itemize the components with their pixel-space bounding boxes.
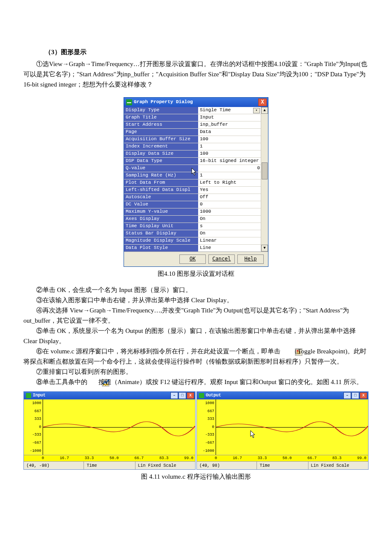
property-value[interactable]: Off — [198, 194, 261, 201]
x-tick-label: 0 — [215, 455, 217, 461]
chart-icon — [126, 99, 132, 105]
property-value[interactable]: Linear — [198, 237, 261, 245]
x-tick-label: 0 — [42, 455, 44, 461]
x-tick-label: 83.3 — [332, 455, 342, 461]
property-key: Sampling Rate (Hz) — [124, 172, 198, 179]
ok-button[interactable]: OK — [179, 254, 206, 264]
property-row[interactable]: DSP Data Type16-bit signed integer — [124, 158, 261, 165]
scroll-thumb[interactable] — [262, 162, 268, 179]
property-row[interactable]: Data Plot StyleLine — [124, 245, 261, 251]
paragraph-3: ③在该输入图形窗口中单击右键，并从弹出菜单中选择 Clear Display。 — [23, 295, 369, 305]
maximize-icon[interactable]: □ — [179, 392, 186, 399]
property-value[interactable]: s — [198, 223, 261, 230]
dialog-scrollbar[interactable]: ▲ ▼ — [261, 107, 268, 251]
y-tick-label: -1000 — [198, 448, 214, 454]
property-value[interactable]: 1 — [198, 172, 261, 179]
y-tick-label: -333 — [25, 432, 41, 438]
property-row[interactable]: Left-shifted Data DisplYes — [124, 187, 261, 194]
property-row[interactable]: Index Increment1 — [124, 143, 261, 150]
status-coord: (49, -98) — [24, 462, 84, 469]
property-key: Axes Display — [124, 216, 198, 223]
graph-titlebar-input[interactable]: Input – □ X — [24, 392, 195, 399]
property-key: DSP Data Type — [124, 158, 198, 165]
y-tick-label: 333 — [25, 416, 41, 422]
scroll-down-icon[interactable]: ▼ — [261, 245, 268, 251]
graph-titlebar-output[interactable]: Output – □ X — [197, 392, 368, 399]
property-row[interactable]: Magnitude Display ScaleLinear — [124, 237, 261, 245]
minimize-icon[interactable]: – — [343, 392, 351, 399]
property-value[interactable]: Data — [198, 128, 261, 136]
close-icon[interactable]: X — [360, 392, 367, 399]
property-row[interactable]: PageData — [124, 129, 261, 136]
paragraph-2: ②单击 OK，会生成一个名为 Input 图形（显示）窗口。 — [23, 285, 369, 295]
property-value[interactable]: On — [198, 230, 261, 237]
property-row[interactable]: Axes DisplayOn — [124, 216, 261, 223]
property-value[interactable]: 100 — [198, 150, 261, 158]
status-scale: Lin Fixed Scale — [135, 462, 195, 469]
property-row[interactable]: Display Data Size100 — [124, 150, 261, 158]
property-value[interactable]: 1000 — [198, 208, 261, 216]
property-value[interactable]: Single Time▾ — [198, 107, 261, 114]
property-value[interactable]: Input — [198, 114, 261, 121]
minimize-icon[interactable]: – — [170, 392, 178, 399]
y-tick-label: 1000 — [25, 400, 41, 406]
property-row[interactable]: Acquisition Buffer Size100 — [124, 136, 261, 143]
property-key: Start Address — [124, 121, 198, 128]
x-tick-label: 16.7 — [60, 455, 69, 461]
animate-run-icon — [89, 379, 97, 387]
graph-title-input: Input — [33, 392, 46, 399]
close-icon[interactable]: X — [258, 98, 267, 106]
y-tick-label: 1000 — [198, 400, 214, 406]
property-row[interactable]: Time Display Units — [124, 223, 261, 230]
status-coord: (49, 98) — [197, 462, 257, 469]
y-tick-label: 667 — [25, 408, 41, 414]
cancel-button[interactable]: Cancel — [208, 254, 235, 264]
help-button[interactable]: Help — [237, 254, 264, 264]
dropdown-icon[interactable]: ▾ — [253, 108, 260, 113]
x-tick-label: 66.7 — [307, 455, 317, 461]
property-key: Data Plot Style — [124, 245, 198, 251]
property-value[interactable]: 100 — [198, 136, 261, 143]
property-key: Index Increment — [124, 143, 198, 150]
property-row[interactable]: Status Bar DisplayOn — [124, 230, 261, 237]
property-row[interactable]: Maximum Y-value1000 — [124, 208, 261, 216]
y-tick-label: -1000 — [25, 448, 41, 454]
property-key: Q-value — [124, 165, 198, 172]
close-icon[interactable]: X — [187, 392, 194, 399]
property-key: Page — [124, 129, 198, 136]
scroll-up-icon[interactable]: ▲ — [261, 107, 268, 114]
property-row[interactable]: Graph TitleInput — [124, 114, 261, 121]
property-row[interactable]: DC Value0 — [124, 201, 261, 208]
y-tick-label: -667 — [198, 440, 214, 446]
property-value[interactable]: 1 — [198, 143, 261, 150]
property-value[interactable]: 0 — [198, 165, 261, 172]
graph-title-output: Output — [206, 392, 221, 399]
x-tick-label: 33.3 — [85, 455, 94, 461]
dialog-titlebar[interactable]: Graph Property Dialog X — [124, 98, 268, 107]
x-tick-label: 99.0 — [184, 455, 193, 461]
property-value[interactable]: Line — [198, 244, 261, 252]
property-row[interactable]: Start Addressinp_buffer — [124, 121, 261, 129]
output-plot-area: 10006673330-333-667-1000 — [197, 399, 368, 455]
property-row[interactable]: AutoscaleOff — [124, 194, 261, 201]
property-key: Display Type — [124, 107, 198, 114]
property-row[interactable]: Plot Data FromLeft to Right — [124, 179, 261, 187]
figure-caption-410: 图4.10 图形显示设置对话框 — [23, 269, 369, 279]
status-scale: Lin Fixed Scale — [308, 462, 368, 469]
paragraph-5: ⑤单击 OK，系统显示一个名为 Output 的图形（显示）窗口，在该输出图形窗… — [23, 326, 369, 346]
property-value[interactable]: 0 — [198, 201, 261, 208]
x-tick-label: 50.0 — [110, 455, 119, 461]
status-mode: Time — [84, 462, 135, 469]
property-value[interactable]: Left to Right — [198, 179, 261, 187]
property-row[interactable]: Q-value0 — [124, 165, 261, 172]
input-status-bar: (49, -98) Time Lin Fixed Scale — [24, 461, 195, 469]
property-row[interactable]: Display TypeSingle Time▾ — [124, 107, 261, 114]
maximize-icon[interactable]: □ — [352, 392, 359, 399]
property-value[interactable]: 16-bit signed integer — [198, 157, 261, 165]
property-value[interactable]: Yes — [198, 186, 261, 194]
y-tick-label: -667 — [25, 440, 41, 446]
property-value[interactable]: On — [198, 215, 261, 223]
property-value[interactable]: inp_buffer — [198, 121, 261, 129]
x-tick-label: 83.3 — [159, 455, 169, 461]
property-key: Display Data Size — [124, 150, 198, 157]
